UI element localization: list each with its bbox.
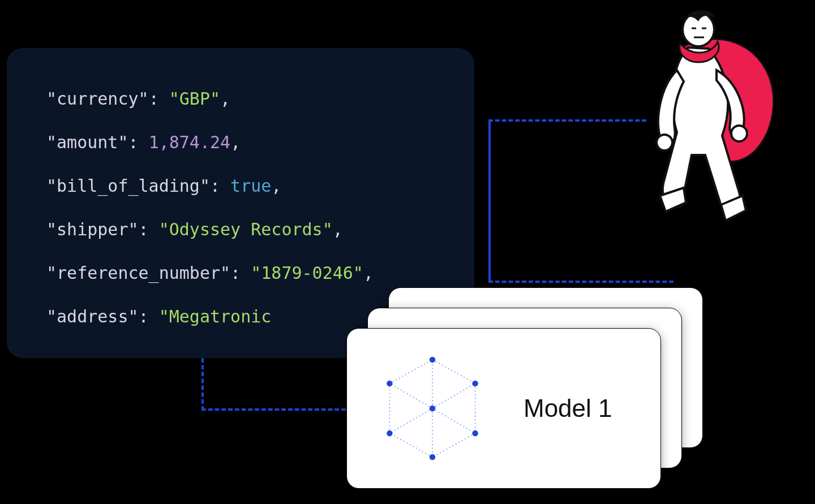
- json-line: "amount": 1,874.24,: [46, 131, 435, 153]
- svg-line-10: [389, 408, 432, 433]
- json-colon: :: [139, 307, 159, 326]
- json-comma: ,: [363, 263, 374, 283]
- model-card-front: Model 1: [346, 328, 661, 489]
- model-card-label: Model 1: [524, 394, 612, 423]
- json-line: "shipper": "Odyssey Records",: [46, 218, 435, 240]
- svg-line-5: [389, 360, 432, 384]
- json-value: 1,874.24: [149, 132, 231, 152]
- json-line: "currency": "GBP",: [46, 88, 435, 110]
- svg-point-23: [657, 135, 672, 150]
- svg-line-0: [432, 360, 475, 384]
- json-colon: :: [210, 176, 230, 196]
- json-colon: :: [149, 89, 169, 109]
- superhero-illustration: [637, 8, 775, 233]
- svg-point-14: [472, 430, 478, 437]
- connector-line: [488, 119, 646, 122]
- json-line: "bill_of_lading": true,: [46, 175, 435, 197]
- json-key: "shipper": [46, 219, 139, 239]
- svg-line-7: [432, 384, 475, 408]
- svg-line-2: [432, 433, 475, 457]
- network-graph-icon: [373, 349, 492, 468]
- svg-point-17: [387, 381, 393, 387]
- connector-line: [201, 408, 346, 411]
- json-key: "reference_number": [46, 263, 230, 283]
- json-colon: :: [230, 263, 251, 283]
- json-colon: :: [139, 219, 159, 239]
- json-key: "bill_of_lading": [46, 176, 210, 196]
- json-value: "1879-0246": [251, 263, 363, 283]
- svg-point-15: [430, 454, 436, 460]
- json-comma: ,: [271, 176, 281, 196]
- svg-point-18: [430, 406, 436, 412]
- connector-line: [201, 358, 204, 411]
- model-card-stack: Model 1: [346, 283, 687, 492]
- json-colon: :: [128, 132, 149, 152]
- connector-line: [488, 119, 491, 283]
- json-key: "currency": [46, 89, 149, 109]
- json-comma: ,: [220, 89, 230, 109]
- svg-point-13: [472, 381, 478, 387]
- json-key: "address": [46, 307, 139, 326]
- json-value: "Odyssey Records": [159, 219, 333, 239]
- svg-point-12: [430, 357, 436, 363]
- json-line: "reference_number": "1879-0246",: [46, 262, 435, 284]
- svg-line-3: [389, 433, 432, 457]
- svg-line-11: [389, 384, 432, 408]
- svg-point-24: [731, 126, 747, 141]
- json-value: "Megatronic: [159, 307, 272, 326]
- json-comma: ,: [333, 219, 343, 239]
- json-comma: ,: [230, 132, 241, 152]
- svg-line-8: [432, 408, 475, 433]
- json-value: true: [230, 176, 271, 196]
- json-value: "GBP": [169, 89, 220, 109]
- json-key: "amount": [46, 132, 128, 152]
- svg-point-16: [387, 430, 393, 437]
